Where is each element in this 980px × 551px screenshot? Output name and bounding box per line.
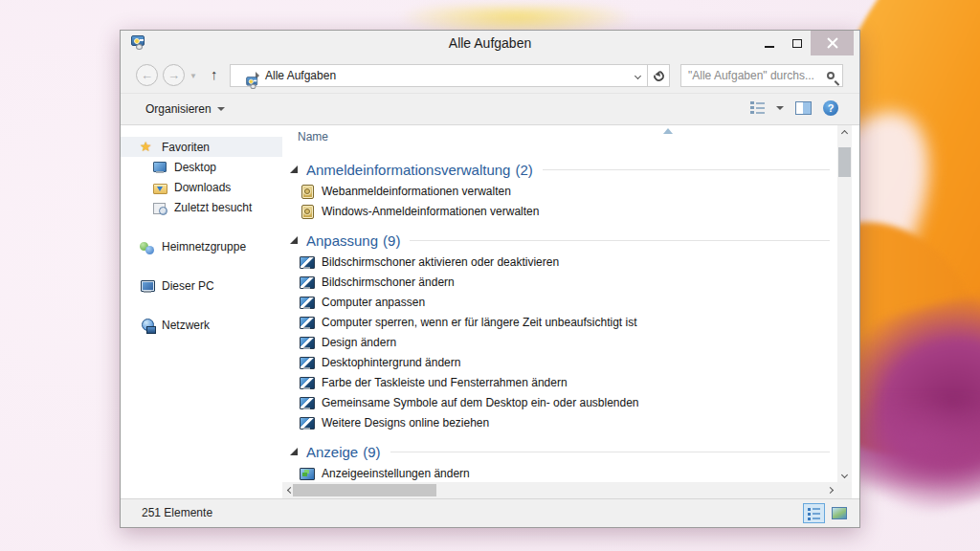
group-count: (9) (363, 444, 380, 460)
task-label: Gemeinsame Symbole auf dem Desktop ein- … (322, 396, 639, 409)
scrollbar-corner (837, 482, 852, 498)
up-button[interactable]: ↑ (211, 66, 218, 82)
personalization-icon (300, 254, 315, 270)
search-box[interactable] (680, 64, 843, 87)
address-dropdown-button[interactable] (628, 74, 647, 78)
task-item[interactable]: Bildschirmschoner aktivieren oder deakti… (282, 252, 837, 272)
personalization-icon (300, 355, 315, 370)
search-icon[interactable] (827, 72, 835, 79)
display-icon (300, 466, 315, 481)
chevron-down-icon (217, 107, 225, 111)
sidebar-item-downloads[interactable]: Downloads (121, 177, 282, 197)
view-dropdown-icon[interactable] (776, 106, 784, 110)
close-button[interactable] (811, 31, 854, 55)
help-button[interactable]: ? (823, 100, 838, 116)
horizontal-scrollbar[interactable] (282, 482, 837, 498)
task-label: Farbe der Taskleiste und Fensterrahmen ä… (322, 376, 568, 389)
chevron-right-icon (826, 487, 833, 494)
content-pane: Name Anmeldeinformationsverwaltung(2)Web… (282, 125, 837, 482)
task-item[interactable]: Computer anpassen (282, 292, 837, 312)
organize-label: Organisieren (145, 102, 212, 116)
sidebar-item-dieser-pc[interactable]: Dieser PC (121, 276, 282, 296)
group-divider (410, 240, 830, 241)
sidebar-item-netzwerk[interactable]: Netzwerk (121, 315, 282, 335)
history-dropdown-icon[interactable]: ▼ (189, 72, 197, 80)
homegroup-icon (140, 239, 155, 254)
item-count: 251 Elemente (142, 499, 212, 527)
preview-pane-button[interactable] (795, 101, 812, 115)
back-button[interactable]: ← (136, 64, 158, 86)
task-label: Design ändern (322, 336, 396, 349)
group-title: Anmeldeinformationsverwaltung (306, 162, 510, 178)
group-divider (390, 452, 830, 452)
personalization-icon (300, 395, 315, 410)
scroll-down-button[interactable] (837, 467, 852, 482)
task-item[interactable]: Farbe der Taskleiste und Fensterrahmen ä… (282, 372, 837, 392)
main-area: FavoritenDesktopDownloadsZuletzt besucht… (121, 125, 859, 498)
sidebar-item-favoriten[interactable]: Favoriten (121, 137, 282, 157)
sidebar-item-desktop[interactable]: Desktop (121, 157, 282, 177)
personalization-icon (300, 415, 315, 430)
task-label: Desktophintergrund ändern (322, 356, 460, 369)
scroll-up-button[interactable] (837, 125, 852, 141)
command-toolbar: Organisieren ? (121, 95, 859, 125)
personalization-icon (300, 275, 315, 290)
status-bar: 251 Elemente (121, 498, 859, 527)
vertical-scrollbar-thumb[interactable] (838, 147, 851, 177)
task-label: Computer sperren, wenn er für längere Ze… (322, 316, 637, 329)
titlebar[interactable]: Alle Aufgaben (121, 31, 859, 56)
task-item[interactable]: Gemeinsame Symbole auf dem Desktop ein- … (282, 392, 837, 412)
sidebar-item-label: Zuletzt besucht (174, 201, 252, 214)
group-header[interactable]: Anpassung(9) (282, 229, 837, 252)
vault-icon (300, 184, 315, 199)
task-item[interactable]: Design ändern (282, 332, 837, 352)
details-view-button[interactable] (803, 503, 825, 523)
details-view-icon (808, 508, 820, 519)
task-item[interactable]: Desktophintergrund ändern (282, 352, 837, 372)
task-item[interactable]: Anzeigeeinstellungen ändern (282, 463, 837, 482)
personalization-icon (300, 375, 315, 390)
sidebar-item-label: Heimnetzgruppe (162, 240, 246, 253)
sidebar-item-label: Downloads (174, 181, 231, 194)
task-item[interactable]: Computer sperren, wenn er für längere Ze… (282, 312, 837, 332)
forward-button[interactable]: → (163, 64, 185, 86)
vertical-scrollbar[interactable] (837, 125, 852, 482)
folder-download-icon (152, 180, 167, 195)
group-header[interactable]: Anzeige(9) (282, 440, 837, 463)
change-view-button[interactable] (750, 101, 765, 115)
thumbnails-view-button[interactable] (828, 503, 850, 523)
task-item[interactable]: Windows-Anmeldeinformationen verwalten (282, 201, 837, 221)
organize-button[interactable]: Organisieren (145, 102, 225, 116)
address-bar[interactable]: Alle Aufgaben (230, 64, 648, 87)
flower-purple-fringe (846, 402, 980, 488)
task-label: Bildschirmschoner aktivieren oder deakti… (322, 255, 559, 269)
maximize-button[interactable] (783, 31, 811, 55)
network-icon (140, 318, 155, 333)
task-label: Webanmeldeinformationen verwalten (322, 185, 511, 198)
sidebar-item-zuletzt-besucht[interactable]: Zuletzt besucht (121, 197, 282, 217)
explorer-window: Alle Aufgaben ← → ▼ ↑ Alle Aufgaben (120, 30, 860, 528)
personalization-icon (300, 335, 315, 350)
search-input[interactable] (688, 69, 827, 82)
refresh-button[interactable] (647, 64, 670, 87)
task-label: Bildschirmschoner ändern (322, 276, 455, 289)
chevron-up-icon (841, 129, 848, 136)
scroll-right-button[interactable] (822, 482, 837, 498)
navigation-bar: ← → ▼ ↑ Alle Aufgaben (121, 56, 859, 94)
maximize-icon (792, 39, 802, 48)
task-item[interactable]: Bildschirmschoner ändern (282, 272, 837, 292)
sort-ascending-icon[interactable] (663, 128, 673, 134)
task-item[interactable]: Weitere Designs online beziehen (282, 412, 837, 432)
sidebar-item-label: Netzwerk (162, 319, 210, 332)
breadcrumb[interactable]: Alle Aufgaben (265, 69, 628, 82)
task-list: Anmeldeinformationsverwaltung(2)Webanmel… (282, 158, 837, 482)
task-item[interactable]: Webanmeldeinformationen verwalten (282, 181, 837, 201)
chevron-down-icon (634, 72, 640, 78)
column-header-name[interactable]: Name (298, 130, 328, 143)
horizontal-scrollbar-thumb[interactable] (293, 484, 436, 496)
sidebar-item-heimnetzgruppe[interactable]: Heimnetzgruppe (121, 236, 282, 256)
column-header-row: Name (282, 125, 837, 150)
monitor-icon (152, 160, 167, 175)
group-header[interactable]: Anmeldeinformationsverwaltung(2) (282, 158, 837, 181)
minimize-button[interactable] (755, 31, 783, 55)
